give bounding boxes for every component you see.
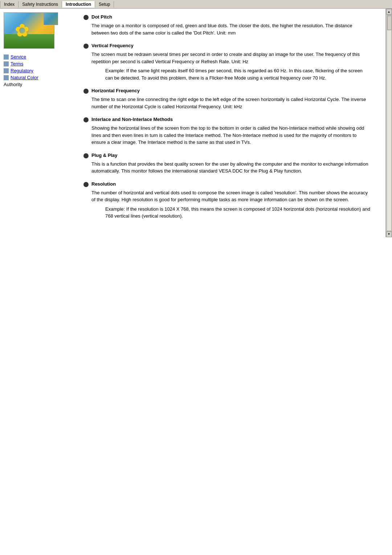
- bullet-icon: [83, 117, 89, 122]
- vertical-frequency-example: Example: If the same light repeats itsel…: [105, 67, 371, 81]
- nav-index[interactable]: Index: [0, 1, 19, 8]
- section-body-dot-pitch: The image on a monitor is composed of re…: [91, 22, 371, 36]
- sidebar-link-natural-color[interactable]: Natural Color: [11, 75, 38, 80]
- section-title-resolution: Resolution: [91, 181, 116, 187]
- section-title-horizontal: Horizontal Frequency: [91, 88, 140, 93]
- scroll-down-button[interactable]: ▼: [386, 231, 392, 237]
- resolution-example-text: Example: If the resolution is 1024 X 768…: [105, 206, 371, 220]
- sidebar-item-natural-color[interactable]: Natural Color: [4, 75, 76, 80]
- bullet-icon: [83, 15, 89, 20]
- sidebar-item-service[interactable]: Service: [4, 54, 76, 60]
- section-title-vertical: Vertical Frequency: [91, 43, 134, 48]
- section-header-dot-pitch: Dot Pitch: [83, 14, 371, 20]
- section-resolution: Resolution The number of horizontal and …: [83, 181, 371, 220]
- sidebar-item-terms[interactable]: Terms: [4, 61, 76, 66]
- section-body-resolution: The number of horizontal and vertical do…: [91, 189, 371, 203]
- nav-setup[interactable]: Setup: [95, 1, 114, 8]
- section-plug-play: Plug & Play This is a function that prov…: [83, 153, 371, 175]
- sidebar-item-authority[interactable]: Authority: [4, 82, 76, 87]
- small-image: [44, 12, 58, 25]
- scrollbar[interactable]: ▲ ▼: [385, 9, 392, 237]
- nav-introduction[interactable]: Introduction: [62, 1, 95, 8]
- section-header-resolution: Resolution: [83, 181, 371, 187]
- bullet-icon: [83, 89, 89, 94]
- scroll-up-button[interactable]: ▲: [386, 9, 392, 15]
- section-header-plug-play: Plug & Play: [83, 153, 371, 158]
- section-horizontal-frequency: Horizontal Frequency The time to scan on…: [83, 88, 371, 110]
- scroll-track[interactable]: [387, 15, 392, 231]
- sidebar-color-bar: [4, 54, 9, 60]
- bullet-icon: [83, 44, 89, 49]
- section-interlace: Interlace and Non-Interlace Methods Show…: [83, 117, 371, 146]
- sidebar-color-bar: [4, 61, 9, 66]
- plug-play-text: This is a function that provides the bes…: [91, 161, 371, 175]
- sidebar-link-service[interactable]: Service: [11, 54, 26, 60]
- horizontal-frequency-text: The time to scan one line connecting the…: [91, 96, 371, 110]
- bullet-icon: [83, 153, 89, 158]
- vertical-frequency-text: The screen must be redrawn several times…: [91, 51, 371, 65]
- sidebar-color-bar: [4, 68, 9, 73]
- sidebar-color-bar: [4, 75, 9, 80]
- resolution-example: Example: If the resolution is 1024 X 768…: [105, 206, 371, 220]
- section-dot-pitch: Dot Pitch The image on a monitor is comp…: [83, 14, 371, 36]
- nav-safety[interactable]: Safety Instructions: [19, 1, 62, 8]
- dot-pitch-text: The image on a monitor is composed of re…: [91, 22, 371, 36]
- main-layout: Service Terms Regulatory Natural Color A…: [0, 9, 392, 237]
- resolution-text: The number of horizontal and vertical do…: [91, 189, 371, 203]
- section-body-plug-play: This is a function that provides the bes…: [91, 161, 371, 175]
- section-body-horizontal: The time to scan one line connecting the…: [91, 96, 371, 110]
- section-vertical-frequency: Vertical Frequency The screen must be re…: [83, 43, 371, 81]
- section-body-vertical: The screen must be redrawn several times…: [91, 51, 371, 65]
- section-title-dot-pitch: Dot Pitch: [91, 14, 112, 20]
- section-title-plug-play: Plug & Play: [91, 153, 118, 158]
- section-header-vertical: Vertical Frequency: [83, 43, 371, 49]
- interlace-text: Showing the horizontal lines of the scre…: [91, 125, 371, 146]
- top-navigation: Index Safety Instructions Introduction S…: [0, 0, 392, 9]
- sidebar-link-regulatory[interactable]: Regulatory: [11, 68, 33, 73]
- sidebar-item-regulatory[interactable]: Regulatory: [4, 68, 76, 73]
- section-header-horizontal: Horizontal Frequency: [83, 88, 371, 94]
- vertical-example-text: Example: If the same light repeats itsel…: [105, 67, 371, 81]
- section-body-interlace: Showing the horizontal lines of the scre…: [91, 125, 371, 146]
- bullet-icon: [83, 182, 89, 187]
- sidebar-navigation: Service Terms Regulatory Natural Color A…: [4, 54, 76, 87]
- sidebar-link-terms[interactable]: Terms: [11, 61, 23, 66]
- sidebar: Service Terms Regulatory Natural Color A…: [0, 9, 76, 237]
- scroll-thumb[interactable]: [387, 16, 392, 30]
- content-area: Dot Pitch The image on a monitor is comp…: [76, 9, 385, 237]
- sidebar-link-authority[interactable]: Authority: [4, 82, 22, 87]
- section-header-interlace: Interlace and Non-Interlace Methods: [83, 117, 371, 122]
- section-title-interlace: Interlace and Non-Interlace Methods: [91, 117, 173, 122]
